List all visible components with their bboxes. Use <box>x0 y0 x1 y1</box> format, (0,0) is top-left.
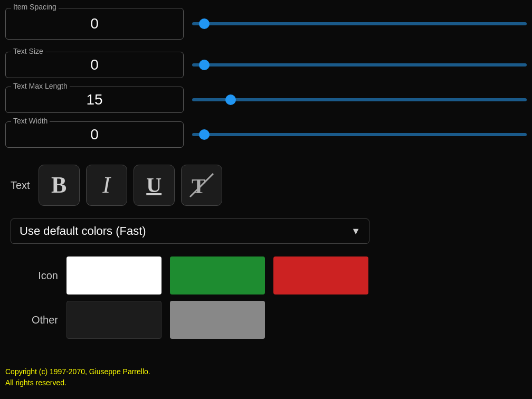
text-size-field[interactable]: Text Size 0 <box>5 52 184 78</box>
text-width-field[interactable]: Text Width 0 <box>5 121 184 148</box>
item-spacing-value: 0 <box>90 15 99 32</box>
text-max-length-field[interactable]: Text Max Length 15 <box>5 87 184 113</box>
clear-format-icon: T <box>188 172 215 198</box>
swatch-white[interactable] <box>66 256 162 294</box>
color-mode-dropdown[interactable]: Use default colors (Fast) ▼ <box>11 218 369 244</box>
dropdown-arrow-icon: ▼ <box>351 226 360 237</box>
icon-swatches-row: Icon <box>11 256 521 294</box>
copyright-line1: Copyright (c) 1997-2070, Giuseppe Parrel… <box>5 366 150 377</box>
swatches-section: Icon Other <box>0 251 532 350</box>
other-swatch-label: Other <box>11 314 58 326</box>
text-max-length-slider-thumb[interactable] <box>225 94 236 105</box>
bold-button[interactable]: B <box>39 165 80 206</box>
color-mode-value: Use default colors (Fast) <box>20 224 146 238</box>
text-size-value: 0 <box>11 56 178 73</box>
swatch-green[interactable] <box>170 256 265 294</box>
bold-icon: B <box>51 174 66 197</box>
copyright-line2: All rights reserved. <box>5 377 150 388</box>
text-width-slider-thumb[interactable] <box>199 129 210 140</box>
clear-format-button[interactable]: T <box>181 165 222 206</box>
other-swatches-row: Other <box>11 301 521 339</box>
italic-button[interactable]: I <box>86 165 127 206</box>
swatch-red[interactable] <box>273 256 368 294</box>
item-spacing-field[interactable]: Item Spacing 0 <box>5 8 184 40</box>
text-max-length-row: Text Max Length 15 <box>0 83 532 116</box>
item-spacing-label: Item Spacing <box>11 3 59 11</box>
underline-icon: U <box>146 175 162 196</box>
item-spacing-row: Item Spacing 0 <box>0 0 532 48</box>
copyright-notice: Copyright (c) 1997-2070, Giuseppe Parrel… <box>5 366 150 388</box>
item-spacing-slider-thumb[interactable] <box>199 18 210 29</box>
text-max-length-label: Text Max Length <box>11 82 70 90</box>
swatch-gray[interactable] <box>170 301 265 339</box>
text-format-label: Text <box>11 179 30 192</box>
dropdown-row: Use default colors (Fast) ▼ <box>0 211 532 251</box>
swatch-dark[interactable] <box>66 301 162 339</box>
text-size-label: Text Size <box>11 47 45 55</box>
icon-swatch-label: Icon <box>11 270 58 282</box>
text-max-length-value: 15 <box>11 91 178 108</box>
italic-icon: I <box>102 174 110 197</box>
main-container: Item Spacing 0 Text Size 0 Text Max Leng… <box>0 0 532 399</box>
text-width-label: Text Width <box>11 117 50 125</box>
text-width-value: 0 <box>11 126 178 143</box>
text-size-row: Text Size 0 <box>0 49 532 81</box>
text-format-row: Text B I U T <box>0 159 532 211</box>
text-size-slider-thumb[interactable] <box>199 60 210 70</box>
svg-text:T: T <box>192 174 206 198</box>
text-width-row: Text Width 0 <box>0 118 532 151</box>
underline-button[interactable]: U <box>134 165 175 206</box>
